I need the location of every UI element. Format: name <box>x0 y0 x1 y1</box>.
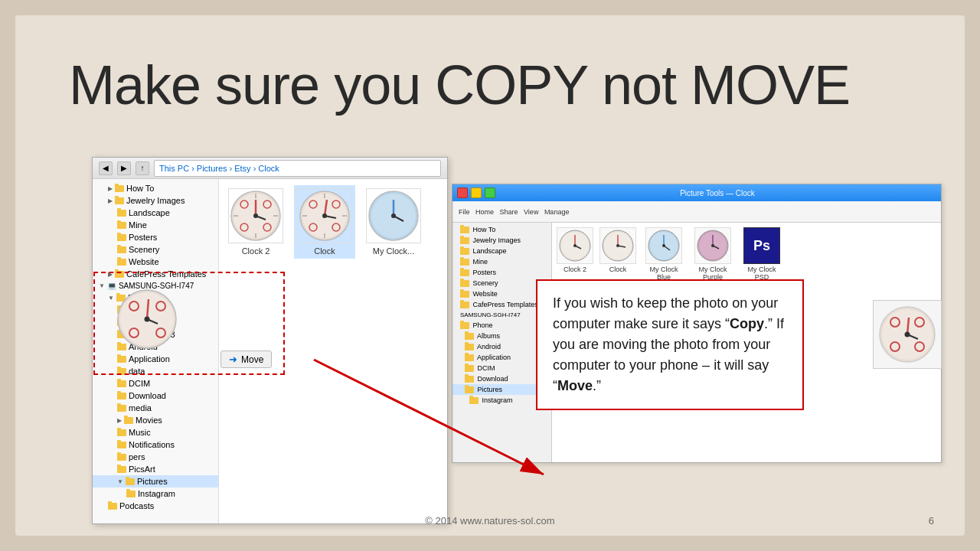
fe-thumb-label-clock2: Clock 2 <box>242 246 270 256</box>
svg-point-50 <box>322 214 327 218</box>
folder-icon <box>117 210 126 217</box>
move-tooltip-label: Move <box>241 354 263 365</box>
clock-large-thumbnail <box>873 300 942 369</box>
expand-icon: ▶ <box>108 185 113 192</box>
back-btn[interactable]: ◀ <box>99 161 113 175</box>
fe-tree-podcasts[interactable]: Podcasts <box>93 500 218 512</box>
folder-icon <box>117 234 126 241</box>
folder-icon <box>117 380 126 387</box>
ss-thumb-label-5: My Clock PSD <box>740 266 783 281</box>
fe-thumb-img-myclk <box>366 188 421 243</box>
folder-icon <box>117 454 126 461</box>
breadcrumb-part-4[interactable]: Clock <box>258 164 279 173</box>
ss-thumb-label-1: Clock 2 <box>564 266 586 273</box>
ss-item: Mine <box>452 256 551 267</box>
folder-icon <box>117 259 126 266</box>
fe-tree-media[interactable]: media <box>93 402 218 414</box>
fe-tree-picsart[interactable]: PicsArt <box>93 463 218 475</box>
up-btn[interactable]: ↑ <box>136 161 149 175</box>
ss-thumb-img-2 <box>599 227 636 264</box>
svg-line-66 <box>314 360 544 474</box>
ss-thumbnails: Clock 2 Clock <box>557 227 936 281</box>
ss-item: How To <box>452 224 551 235</box>
fe-tree-how-to[interactable]: ▶ How To <box>93 182 218 194</box>
main-title: Make sure you COPY not MOVE <box>69 54 850 116</box>
fe-tree-movies[interactable]: ▶ Movies <box>93 414 218 426</box>
tree-label: DCIM <box>129 379 150 388</box>
ss-thumb-4: My Clock Purple <box>691 227 734 281</box>
folder-icon <box>117 246 126 253</box>
expand-icon: ▶ <box>108 197 113 204</box>
dragging-clock <box>115 287 180 352</box>
tree-label: Movies <box>136 416 162 425</box>
fe-tree-download[interactable]: Download <box>93 390 218 402</box>
tree-label: Podcasts <box>119 501 154 510</box>
fe-thumb-myclk[interactable]: My Clock... <box>363 185 424 259</box>
fe-tree-landscape[interactable]: Landscape <box>93 207 218 219</box>
tree-label: Mine <box>129 220 147 230</box>
breadcrumb-part-3[interactable]: Etsy <box>234 164 250 173</box>
footer: © 2014 www.natures-sol.com <box>15 515 965 527</box>
tree-label: Notifications <box>129 440 175 449</box>
ss-thumb-3: My Clock Blue <box>642 227 685 281</box>
folder-icon <box>117 466 126 473</box>
ss-item: Posters <box>452 267 551 278</box>
tree-label: Scenery <box>129 245 159 254</box>
fe-thumb-label-myclk: My Clock... <box>373 246 414 256</box>
fe-tree-pers[interactable]: pers <box>93 451 218 463</box>
fe-tree-mine[interactable]: Mine <box>93 219 218 231</box>
fe-tree-scenery[interactable]: Scenery <box>93 243 218 256</box>
move-arrow-icon: ➜ <box>229 354 237 365</box>
fe-thumb-clock[interactable]: Clock <box>294 185 355 259</box>
fe-thumb-label-clock: Clock <box>314 246 335 256</box>
fe-tree-music[interactable]: Music <box>93 426 218 439</box>
fe-tree-jewelry[interactable]: ▶ Jewelry Images <box>93 194 218 207</box>
max-btn[interactable] <box>485 187 495 198</box>
ss-thumb-2: Clock <box>599 227 636 281</box>
fe-tree-instagram[interactable]: Instagram <box>93 487 218 500</box>
info-text-end: .” <box>593 378 601 393</box>
folder-icon <box>126 491 136 497</box>
tree-label: How To <box>126 184 154 193</box>
tree-label: Website <box>129 257 159 266</box>
breadcrumb-part-1[interactable]: This PC <box>159 164 189 173</box>
svg-point-64 <box>145 317 150 322</box>
folder-icon <box>117 222 126 229</box>
ss-thumb-label-3: My Clock Blue <box>642 266 685 281</box>
expand-icon: ▼ <box>117 478 123 485</box>
folder-icon <box>115 197 124 204</box>
tree-label: Pictures <box>137 477 168 486</box>
red-arrow <box>299 344 590 508</box>
tree-label: Posters <box>129 233 157 242</box>
svg-point-14 <box>662 244 665 247</box>
fe-tree-dcim[interactable]: DCIM <box>93 377 218 390</box>
svg-point-37 <box>253 214 258 218</box>
folder-icon <box>117 442 126 448</box>
forward-btn[interactable]: ▶ <box>117 161 131 175</box>
ss-item: Landscape <box>452 246 551 256</box>
breadcrumb[interactable]: This PC › Pictures › Etsy › Clock <box>154 160 441 177</box>
ss-thumb-5: Ps My Clock PSD <box>740 227 783 281</box>
fe-tree-notifications[interactable]: Notifications <box>93 439 218 451</box>
fe-tree-pictures[interactable]: ▼ Pictures <box>93 475 218 487</box>
close-btn[interactable] <box>457 187 468 198</box>
copy-word: Copy <box>730 316 764 331</box>
tree-label: Landscape <box>129 208 170 217</box>
tree-label: Jewelry Images <box>126 196 185 205</box>
min-btn[interactable] <box>471 187 482 198</box>
folder-icon <box>117 393 126 399</box>
fe-thumb-img-clock <box>297 188 352 243</box>
breadcrumb-part-2[interactable]: Pictures <box>197 164 227 173</box>
fe-thumb-clock2[interactable]: Clock 2 <box>225 185 286 259</box>
folder-icon <box>108 503 117 510</box>
folder-icon <box>126 478 135 485</box>
tree-label: Download <box>129 391 166 400</box>
fe-tree-posters[interactable]: Posters <box>93 231 218 243</box>
screenshot-toolbar: File Home Share View Manage <box>452 201 941 223</box>
fe-thumbnails: Clock 2 <box>225 185 441 259</box>
folder-icon <box>117 429 126 436</box>
folder-icon <box>115 185 124 192</box>
tree-label: media <box>129 403 152 412</box>
folder-icon <box>124 417 133 424</box>
fe-tree-website[interactable]: Website <box>93 256 218 268</box>
